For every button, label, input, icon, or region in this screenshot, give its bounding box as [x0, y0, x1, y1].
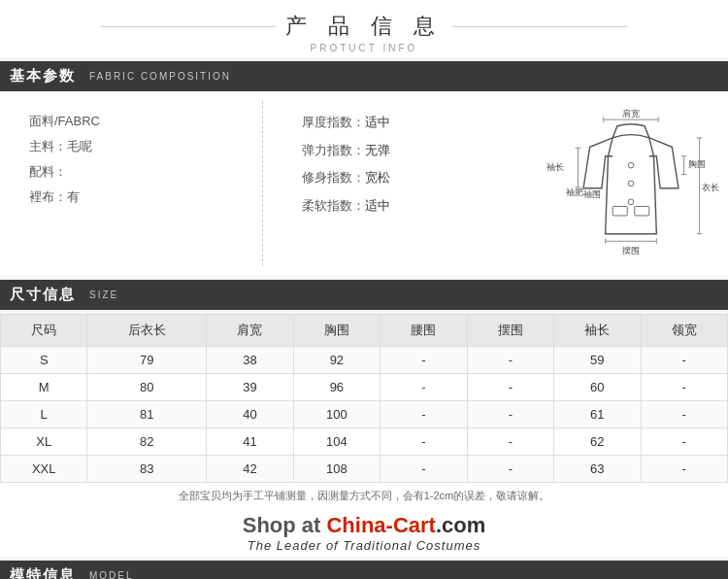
size-table-cell: -	[641, 456, 728, 483]
size-table-cell: XXL	[1, 456, 87, 483]
soft-value: 适中	[365, 198, 390, 213]
svg-point-6	[628, 199, 634, 205]
svg-text:袖围: 袖围	[583, 188, 601, 199]
size-table-cell: -	[641, 428, 728, 456]
size-table-cell: -	[381, 456, 467, 483]
size-table-cell: 96	[293, 374, 380, 401]
size-table-cell: M	[1, 374, 87, 401]
model-title: 模特信息	[10, 566, 76, 579]
header-title: 产 品 信 息	[285, 12, 443, 41]
svg-text:衣长: 衣长	[702, 182, 719, 192]
page-wrapper: 产 品 信 息 PROTUCT INFO 基本参数 FABRIC COMPOSI…	[0, 0, 728, 579]
thickness-value: 适中	[365, 115, 390, 129]
size-table-cell: 92	[293, 347, 380, 374]
promo-shop-line: Shop at China-Cart.com	[4, 513, 724, 538]
size-table-cell: L	[1, 401, 87, 428]
measurement-note: 全部宝贝均为手工平铺测量，因测量方式不同，会有1-2cm的误差，敬请谅解。	[0, 483, 728, 509]
coat-diagram-svg: 肩宽	[539, 106, 723, 261]
size-table: 尺码 后衣长 肩宽 胸围 腰围 摆围 袖长 领宽 S793892--59-M80…	[0, 314, 728, 483]
china-text: China-Cart	[326, 513, 435, 537]
size-table-body: S793892--59-M803996--60-L8140100--61-XL8…	[1, 347, 728, 483]
size-table-cell: 41	[207, 428, 293, 456]
header-line-left	[101, 26, 276, 27]
promo-shop-text: Shop at China-Cart.com	[243, 513, 486, 537]
thickness-label: 厚度指数：	[302, 115, 365, 129]
size-table-cell: -	[381, 401, 467, 428]
size-table-cell: 61	[554, 401, 641, 428]
fabric-label1: 面料/FABRC	[29, 114, 100, 128]
size-table-cell: 62	[554, 428, 641, 456]
svg-text:胸围: 胸围	[688, 158, 706, 169]
elasticity-row: 弹力指数：无弹	[302, 137, 515, 165]
svg-text:肩宽: 肩宽	[622, 108, 640, 119]
size-table-cell: 40	[207, 401, 293, 428]
size-table-wrapper: 尺码 后衣长 肩宽 胸围 腰围 摆围 袖长 领宽 S793892--59-M80…	[0, 314, 728, 483]
size-table-cell: S	[1, 347, 87, 374]
svg-rect-7	[612, 207, 627, 216]
size-table-header-row: 尺码 后衣长 肩宽 胸围 腰围 摆围 袖长 领宽	[1, 315, 728, 347]
col-header-waist: 腰围	[381, 315, 467, 347]
size-table-cell: 60	[554, 374, 641, 401]
size-table-cell: 104	[293, 428, 380, 456]
size-table-cell: -	[641, 401, 728, 428]
fit-row: 修身指数：宽松	[302, 164, 515, 192]
basic-params-section-header: 基本参数 FABRIC COMPOSITION	[0, 61, 728, 91]
size-table-cell: -	[381, 374, 467, 401]
size-table-cell: 38	[207, 347, 293, 374]
size-table-cell: -	[381, 347, 467, 374]
col-header-collar: 领宽	[641, 315, 728, 347]
size-table-cell: 80	[87, 374, 207, 401]
basic-params-subtitle: FABRIC COMPOSITION	[89, 71, 231, 82]
col-header-size: 尺码	[1, 315, 87, 347]
svg-text:袖肥: 袖肥	[566, 187, 583, 197]
size-table-cell: XL	[1, 428, 87, 456]
fit-label: 修身指数：	[302, 170, 365, 185]
size-table-cell: -	[467, 401, 553, 428]
svg-point-4	[628, 162, 634, 168]
fabric-row1: 面料/FABRC	[29, 109, 243, 134]
size-table-cell: 82	[87, 428, 207, 456]
shop-at-text: Shop at	[243, 513, 327, 537]
soft-label: 柔软指数：	[302, 198, 365, 213]
fabric-label4: 裡布：有	[29, 189, 80, 204]
size-table-cell: 59	[554, 347, 641, 374]
size-table-cell: 39	[207, 374, 293, 401]
svg-rect-8	[635, 207, 649, 216]
elasticity-value: 无弹	[365, 143, 390, 157]
fit-value: 宽松	[365, 170, 390, 185]
soft-row: 柔软指数：适中	[302, 192, 515, 221]
col-header-sleeve: 袖长	[554, 315, 641, 347]
promo-overlay: Shop at China-Cart.com The Leader of Tra…	[0, 509, 728, 557]
svg-text:摆围: 摆围	[622, 245, 640, 255]
size-table-row: XL8241104--62-	[1, 428, 728, 456]
fabric-row2: 主料：毛呢	[29, 134, 243, 159]
thickness-row: 厚度指数：适中	[302, 109, 515, 137]
size-table-cell: 63	[554, 456, 641, 483]
size-subtitle: SIZE	[89, 290, 118, 300]
page-header: 产 品 信 息 PROTUCT INFO	[0, 0, 728, 57]
elasticity-label: 弹力指数：	[302, 143, 365, 157]
size-table-cell: -	[381, 428, 467, 456]
model-subtitle: MODEL	[89, 570, 134, 579]
fabric-row3: 配料：	[29, 159, 243, 185]
size-table-cell: -	[467, 347, 553, 374]
col-header-shoulder: 肩宽	[207, 315, 293, 347]
header-line-right	[452, 26, 627, 27]
fabric-label2: 主料：毛呢	[29, 139, 92, 153]
header-subtitle: PROTUCT INFO	[0, 43, 728, 53]
svg-text:袖长: 袖长	[546, 161, 564, 172]
size-table-cell: -	[641, 374, 728, 401]
size-table-cell: 81	[87, 401, 207, 428]
fabric-row4: 裡布：有	[29, 185, 243, 210]
size-table-cell: -	[467, 456, 553, 483]
size-table-cell: 79	[87, 347, 207, 374]
dotcom-text: .com	[436, 513, 485, 537]
indicators-info: 厚度指数：适中 弹力指数：无弹 修身指数：宽松 柔软指数：适中	[263, 101, 535, 266]
model-section-header: 模特信息 MODEL	[0, 561, 728, 579]
col-header-hem: 摆围	[467, 315, 553, 347]
size-title: 尺寸信息	[10, 286, 76, 304]
size-table-cell: 108	[293, 456, 380, 483]
size-table-row: XXL8342108--63-	[1, 456, 728, 483]
fabric-info: 面料/FABRC 主料：毛呢 配料： 裡布：有	[0, 101, 263, 266]
size-table-row: S793892--59-	[1, 347, 728, 374]
